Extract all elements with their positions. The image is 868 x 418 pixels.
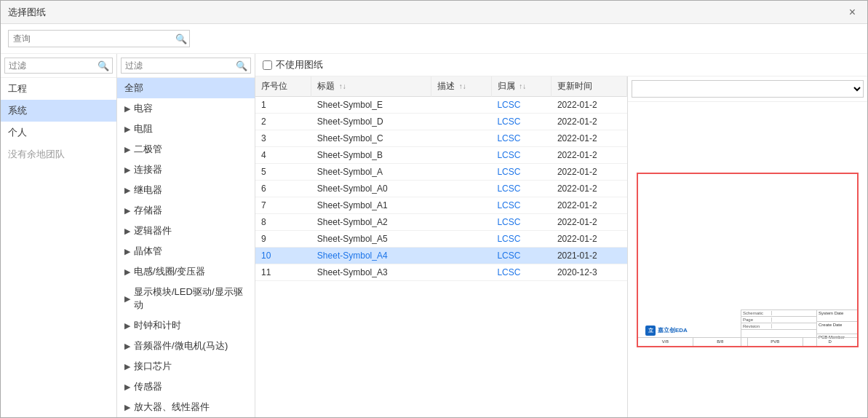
cell-title[interactable]: Sheet-Symbol_B <box>311 147 431 164</box>
cell-title[interactable]: Sheet-Symbol_A5 <box>311 231 431 248</box>
table-row[interactable]: 8 Sheet-Symbol_A2 LCSC 2022-01-2 <box>255 214 627 231</box>
cell-desc <box>431 130 492 147</box>
cell-title[interactable]: Sheet-Symbol_E <box>311 97 431 114</box>
cell-title[interactable]: Sheet-Symbol_A2 <box>311 214 431 231</box>
col-owner-label: 归属 <box>498 81 515 91</box>
cell-seq: 2 <box>255 114 311 130</box>
middle-filter-input[interactable] <box>121 58 251 74</box>
category-clock[interactable]: ▶ 时钟和计时 <box>117 315 255 336</box>
table-row[interactable]: 5 Sheet-Symbol_A LCSC 2022-01-2 <box>255 164 627 181</box>
left-filter-input[interactable] <box>4 58 113 74</box>
table-row[interactable]: 10 Sheet-Symbol_A4 LCSC 2021-01-2 <box>255 248 627 264</box>
cell-title[interactable]: Sheet-Symbol_D <box>311 114 431 130</box>
table-row[interactable]: 7 Sheet-Symbol_A1 LCSC 2022-01-2 <box>255 197 627 214</box>
cell-desc <box>431 97 492 114</box>
arrow-icon: ▶ <box>124 321 130 331</box>
cell-desc <box>431 214 492 231</box>
table-body: 1 Sheet-Symbol_E LCSC 2022-01-2 2 Sheet-… <box>255 97 627 281</box>
cell-title[interactable]: Sheet-Symbol_A4 <box>311 248 431 264</box>
right-toolbar: 不使用图纸 <box>255 54 867 76</box>
category-inductor[interactable]: ▶ 电感/线圈/变压器 <box>117 261 255 282</box>
table-row[interactable]: 9 Sheet-Symbol_A5 LCSC 2022-01-2 <box>255 231 627 248</box>
arrow-icon: ▶ <box>124 362 130 371</box>
col-updated[interactable]: 更新时间 <box>552 76 627 97</box>
right-area: 不使用图纸 序号位 标题 ↑↓ <box>255 54 867 417</box>
cell-desc <box>431 164 492 181</box>
cell-seq: 11 <box>255 264 311 281</box>
col-owner[interactable]: 归属 ↑↓ <box>491 76 552 97</box>
arrow-icon: ▶ <box>124 104 130 114</box>
table-row[interactable]: 11 Sheet-Symbol_A3 LCSC 2020-12-3 <box>255 264 627 281</box>
bottom-col-1: V/8 <box>638 338 693 346</box>
cell-owner: LCSC <box>491 114 552 130</box>
cell-title[interactable]: Sheet-Symbol_A1 <box>311 197 431 214</box>
cell-seq: 7 <box>255 197 311 214</box>
category-interface[interactable]: ▶ 接口芯片 <box>117 356 255 376</box>
sidebar-item-personal[interactable]: 个人 <box>1 122 116 143</box>
cell-updated: 2022-01-2 <box>552 181 627 197</box>
category-logic[interactable]: ▶ 逻辑器件 <box>117 221 255 241</box>
category-audio[interactable]: ▶ 音频器件/微电机(马达) <box>117 336 255 356</box>
sidebar-item-no-team[interactable]: 没有余地团队 <box>1 143 116 165</box>
col-desc[interactable]: 描述 ↑↓ <box>431 76 492 97</box>
category-relay[interactable]: ▶ 继电器 <box>117 180 255 200</box>
category-diode[interactable]: ▶ 二极管 <box>117 139 255 159</box>
category-transistor-label: 晶体管 <box>134 245 162 258</box>
preview-dropdown[interactable] <box>632 80 864 98</box>
search-row: 🔍 <box>1 24 867 54</box>
cell-updated: 2022-01-2 <box>552 130 627 147</box>
cell-title[interactable]: Sheet-Symbol_C <box>311 130 431 147</box>
tb-val-schematic <box>772 311 815 315</box>
col-seq-label: 序号位 <box>261 81 287 91</box>
category-capacitor[interactable]: ▶ 电容 <box>117 98 255 119</box>
category-storage[interactable]: ▶ 存储器 <box>117 200 255 221</box>
table-row[interactable]: 6 Sheet-Symbol_A0 LCSC 2022-01-2 <box>255 181 627 197</box>
sort-icon: ↑↓ <box>339 82 346 90</box>
search-icon[interactable]: 🔍 <box>175 33 187 44</box>
sidebar-item-system[interactable]: 系统 <box>1 100 116 122</box>
category-display[interactable]: ▶ 显示模块/LED驱动/显示驱动 <box>117 282 255 315</box>
category-all[interactable]: 全部 <box>117 78 255 98</box>
tb-label-schematic: Schematic <box>743 311 772 315</box>
symbols-table: 序号位 标题 ↑↓ 描述 ↑↓ <box>255 76 627 281</box>
category-connector[interactable]: ▶ 连接器 <box>117 159 255 180</box>
search-input[interactable] <box>8 30 190 47</box>
category-all-label: 全部 <box>124 82 143 95</box>
sidebar-item-engineering[interactable]: 工程 <box>1 78 116 100</box>
cell-owner: LCSC <box>491 97 552 114</box>
close-button[interactable]: × <box>845 5 860 20</box>
tb-val-rev <box>772 324 815 328</box>
logo-text: 嘉立创EDA <box>658 326 688 334</box>
arrow-icon: ▶ <box>124 267 130 277</box>
cell-desc <box>431 147 492 164</box>
no-schematic-text: 不使用图纸 <box>276 58 323 71</box>
arrow-icon: ▶ <box>124 206 130 216</box>
col-seq[interactable]: 序号位 <box>255 76 311 97</box>
left-filter-bar: 🔍 <box>1 54 116 78</box>
table-row[interactable]: 2 Sheet-Symbol_D LCSC 2022-01-2 <box>255 114 627 130</box>
cell-title[interactable]: Sheet-Symbol_A <box>311 164 431 181</box>
category-transistor[interactable]: ▶ 晶体管 <box>117 241 255 261</box>
middle-panel: 🔍 全部 ▶ 电容 ▶ 电阻 ▶ 二极管 ▶ <box>117 54 255 417</box>
cell-desc <box>431 181 492 197</box>
table-row[interactable]: 3 Sheet-Symbol_C LCSC 2022-01-2 <box>255 130 627 147</box>
table-row[interactable]: 1 Sheet-Symbol_E LCSC 2022-01-2 <box>255 97 627 114</box>
cell-seq[interactable]: 10 <box>255 248 311 264</box>
cell-title[interactable]: Sheet-Symbol_A3 <box>311 264 431 281</box>
category-resistor-label: 电阻 <box>134 122 153 135</box>
cell-title[interactable]: Sheet-Symbol_A0 <box>311 181 431 197</box>
table-row[interactable]: 4 Sheet-Symbol_B LCSC 2022-01-2 <box>255 147 627 164</box>
cell-updated: 2022-01-2 <box>552 97 627 114</box>
left-nav: 工程 系统 个人 没有余地团队 <box>1 78 116 417</box>
category-display-label: 显示模块/LED驱动/显示驱动 <box>134 285 247 312</box>
category-amplifier[interactable]: ▶ 放大器、线性器件 <box>117 397 255 417</box>
bottom-cols: V/8 B/8 PVB D <box>638 337 857 346</box>
no-schematic-checkbox[interactable] <box>263 60 272 70</box>
cell-desc <box>431 231 492 248</box>
sort-icon: ↑↓ <box>459 82 466 90</box>
category-resistor[interactable]: ▶ 电阻 <box>117 119 255 139</box>
category-sensor[interactable]: ▶ 传感器 <box>117 376 255 397</box>
arrow-icon: ▶ <box>124 145 130 154</box>
no-schematic-label[interactable]: 不使用图纸 <box>263 58 323 71</box>
col-title[interactable]: 标题 ↑↓ <box>311 76 431 97</box>
